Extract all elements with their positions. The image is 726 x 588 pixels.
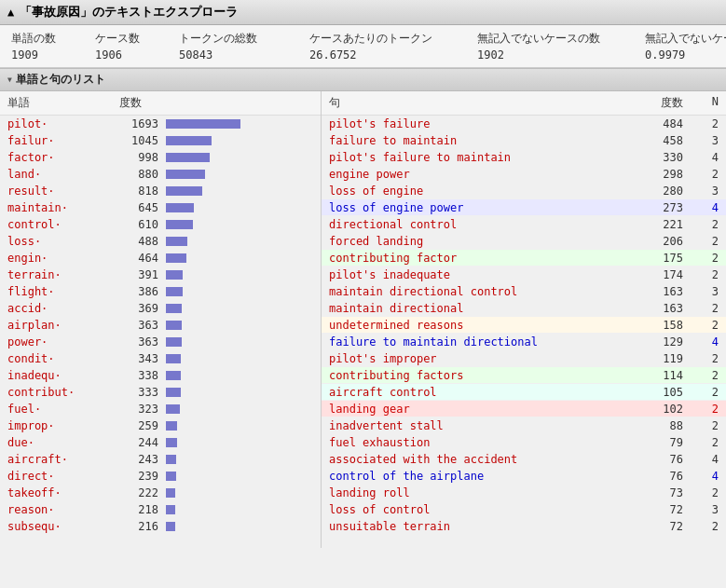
stat-header-4: 無記入でないケースの数	[477, 31, 645, 47]
word-row[interactable]: reason· 218	[0, 501, 321, 518]
bar	[166, 472, 176, 481]
bar	[166, 488, 175, 498]
phrase-row[interactable]: landing roll 73 2	[322, 485, 726, 501]
word-row[interactable]: factor· 998	[0, 149, 321, 166]
bar-container	[166, 118, 313, 130]
word-row[interactable]: subsequ· 216	[0, 518, 321, 535]
word-count: 386	[119, 285, 166, 298]
word-count: 369	[119, 302, 166, 315]
section-title: 単語と句のリスト	[16, 72, 105, 88]
phrase-count: 158	[644, 319, 691, 332]
stat-header-1: ケース数	[95, 31, 179, 47]
col-header-n: N	[691, 95, 719, 111]
right-panel: 句 度数 N pilot's failure 484 2 failure to …	[322, 91, 726, 548]
word-count: 323	[119, 403, 166, 416]
phrase-text: pilot's improper	[329, 352, 644, 365]
word-count: 610	[119, 218, 166, 231]
bar-container	[166, 320, 313, 331]
word-row[interactable]: maintain· 645	[0, 199, 321, 216]
bar-container	[166, 437, 313, 448]
phrase-row[interactable]: maintain directional control 163 3	[322, 283, 726, 300]
word-count: 363	[119, 319, 166, 332]
word-count: 338	[119, 369, 166, 382]
phrase-row[interactable]: pilot's failure 484 2	[322, 116, 726, 132]
phrase-row[interactable]: loss of engine 280 3	[322, 183, 726, 199]
word-row[interactable]: contribut· 333	[0, 384, 321, 401]
word-row[interactable]: control· 610	[0, 216, 321, 233]
word-row[interactable]: airplan· 363	[0, 317, 321, 334]
phrase-row[interactable]: landing gear 102 2	[322, 401, 726, 417]
bar-container	[166, 135, 313, 146]
phrase-row[interactable]: contributing factor 175 2	[322, 250, 726, 267]
word-row[interactable]: inadequ· 338	[0, 367, 321, 384]
word-row[interactable]: accid· 369	[0, 300, 321, 317]
phrase-count: 273	[644, 201, 691, 214]
bar-container	[166, 504, 313, 515]
word-list[interactable]: pilot· 1693 failur· 1045 factor· 998 lan…	[0, 116, 321, 548]
word-row[interactable]: aircraft· 243	[0, 451, 321, 468]
phrase-list[interactable]: pilot's failure 484 2 failure to maintai…	[322, 116, 726, 548]
right-col-headers: 句 度数 N	[322, 91, 726, 116]
phrase-row[interactable]: maintain directional 163 2	[322, 300, 726, 317]
phrase-row[interactable]: unsuitable terrain 72 2	[322, 518, 726, 535]
phrase-count: 221	[644, 218, 691, 231]
word-row[interactable]: flight· 386	[0, 283, 321, 300]
word-row[interactable]: due· 244	[0, 434, 321, 451]
phrase-count: 175	[644, 252, 691, 265]
phrase-row[interactable]: control of the airplane 76 4	[322, 468, 726, 485]
word-row[interactable]: improp· 259	[0, 417, 321, 434]
phrase-count: 79	[644, 436, 691, 449]
phrase-text: failure to maintain	[329, 134, 644, 147]
phrase-row[interactable]: fuel exhaustion 79 2	[322, 434, 726, 451]
phrase-text: undetermined reasons	[329, 319, 644, 332]
phrase-row[interactable]: aircraft control 105 2	[322, 384, 726, 401]
phrase-row[interactable]: failure to maintain directional 129 4	[322, 334, 726, 350]
phrase-row[interactable]: engine power 298 2	[322, 166, 726, 183]
phrase-row[interactable]: pilot's failure to maintain 330 4	[322, 149, 726, 166]
word-row[interactable]: engin· 464	[0, 250, 321, 267]
bar	[166, 237, 187, 246]
word-count: 343	[119, 352, 166, 365]
word-row[interactable]: pilot· 1693	[0, 116, 321, 132]
word-row[interactable]: fuel· 323	[0, 401, 321, 417]
phrase-n: 4	[691, 470, 719, 483]
word-row[interactable]: failur· 1045	[0, 132, 321, 149]
phrase-row[interactable]: associated with the accident 76 4	[322, 451, 726, 468]
phrase-row[interactable]: loss of control 72 3	[322, 501, 726, 518]
phrase-n: 4	[691, 453, 719, 466]
bar-container	[166, 420, 313, 431]
phrase-row[interactable]: forced landing 206 2	[322, 233, 726, 250]
stats-headers: 単語の数 ケース数 トークンの総数 ケースあたりのトークン 無記入でないケースの…	[11, 31, 715, 47]
phrase-count: 458	[644, 134, 691, 147]
phrase-text: pilot's failure	[329, 117, 644, 130]
word-count: 333	[119, 386, 166, 399]
word-row[interactable]: loss· 488	[0, 233, 321, 250]
word-row[interactable]: takeoff· 222	[0, 485, 321, 501]
phrase-n: 2	[691, 352, 719, 365]
word-row[interactable]: power· 363	[0, 334, 321, 350]
word-count: 222	[119, 486, 166, 499]
word-row[interactable]: terrain· 391	[0, 267, 321, 283]
bar	[166, 455, 176, 464]
word-row[interactable]: direct· 239	[0, 468, 321, 485]
phrase-row[interactable]: pilot's improper 119 2	[322, 350, 726, 367]
phrase-row[interactable]: directional control 221 2	[322, 216, 726, 233]
bar	[166, 388, 181, 397]
phrase-count: 484	[644, 117, 691, 130]
phrase-row[interactable]: inadvertent stall 88 2	[322, 417, 726, 434]
word-row[interactable]: result· 818	[0, 183, 321, 199]
phrase-n: 4	[691, 201, 719, 214]
phrase-row[interactable]: pilot's inadequate 174 2	[322, 267, 726, 283]
phrase-n: 2	[691, 168, 719, 181]
phrase-n: 2	[691, 436, 719, 449]
phrase-row[interactable]: failure to maintain 458 3	[322, 132, 726, 149]
word-row[interactable]: condit· 343	[0, 350, 321, 367]
phrase-row[interactable]: contributing factors 114 2	[322, 367, 726, 384]
phrase-row[interactable]: undetermined reasons 158 2	[322, 317, 726, 334]
col-header-freq-r: 度数	[644, 95, 691, 111]
word-row[interactable]: land· 880	[0, 166, 321, 183]
bar	[166, 337, 182, 347]
stats-section: 単語の数 ケース数 トークンの総数 ケースあたりのトークン 無記入でないケースの…	[0, 25, 726, 68]
word-count: 391	[119, 268, 166, 281]
phrase-row[interactable]: loss of engine power 273 4	[322, 199, 726, 216]
